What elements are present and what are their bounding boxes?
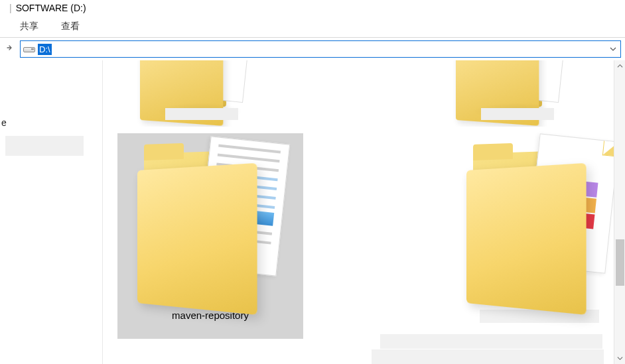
tab-view[interactable]: 查看 (61, 21, 80, 32)
folder-icon (137, 140, 283, 306)
scroll-up-icon[interactable] (614, 60, 625, 72)
folder-item-maven-repository[interactable]: maven-repository (117, 133, 303, 339)
obscured-label (165, 108, 238, 120)
window-title: SOFTWARE (D:) (16, 3, 86, 13)
address-dropdown-icon[interactable] (608, 44, 618, 54)
address-bar: D:\ (0, 38, 625, 60)
nav-up-icon[interactable] (4, 43, 16, 55)
vertical-scrollbar[interactable] (614, 60, 625, 364)
folder-item-partial[interactable] (117, 60, 290, 127)
folder-item[interactable] (447, 133, 625, 339)
address-input[interactable]: D:\ (20, 40, 621, 58)
sidebar-selected-item[interactable] (5, 136, 84, 156)
window-title-bar: | SOFTWARE (D:) (0, 0, 625, 16)
scrollbar-thumb[interactable] (616, 239, 624, 286)
obscured-region (380, 334, 602, 349)
sidebar-truncated-label: e (1, 117, 7, 128)
files-area[interactable]: maven-repository (103, 60, 625, 364)
ribbon-tabs: 共享 查看 (0, 16, 625, 37)
drive-icon (23, 44, 35, 54)
title-separator-icon: | (9, 3, 12, 13)
obscured-label (481, 108, 554, 120)
tab-share[interactable]: 共享 (20, 21, 38, 32)
address-path-text: D:\ (38, 44, 52, 55)
folder-icon (466, 140, 612, 306)
obscured-region (372, 349, 604, 364)
navigation-sidebar[interactable]: e (0, 60, 103, 364)
folder-item-partial[interactable] (433, 60, 606, 127)
scroll-down-icon[interactable] (614, 353, 625, 364)
